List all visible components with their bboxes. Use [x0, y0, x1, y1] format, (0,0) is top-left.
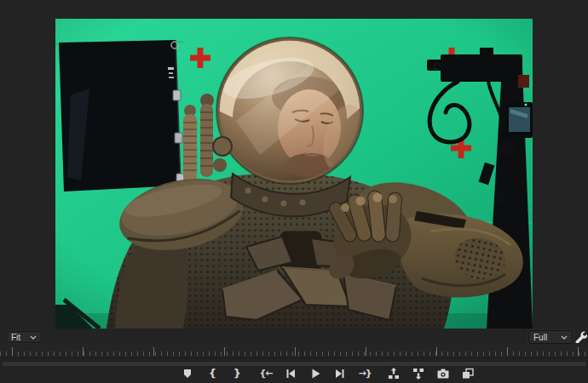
mark-in-icon: {	[209, 368, 216, 379]
playback-resolution-value: Full	[533, 333, 547, 342]
go-to-in-icon: {←	[259, 369, 272, 378]
wrench-icon	[574, 330, 587, 343]
step-forward-icon	[333, 367, 347, 380]
mark-out-button[interactable]: }	[228, 366, 245, 380]
program-monitor-viewport[interactable]	[55, 19, 533, 329]
lift-icon	[387, 367, 401, 380]
step-forward-button[interactable]	[331, 366, 349, 380]
camera-icon	[436, 367, 450, 380]
play-icon	[308, 367, 322, 380]
export-frame-button[interactable]	[435, 366, 452, 380]
lift-button[interactable]	[385, 366, 402, 380]
transport-controls: { } {← →}	[179, 365, 476, 381]
step-back-icon	[284, 367, 297, 380]
add-marker-button[interactable]	[179, 366, 196, 380]
play-button[interactable]	[307, 366, 324, 380]
go-to-out-button[interactable]: →}	[356, 366, 373, 380]
ruler-major-ticks	[0, 347, 588, 356]
extract-icon	[412, 367, 425, 380]
program-monitor-panel: { "panel": { "background_color": "#23232…	[0, 0, 588, 383]
video-frame-scene	[55, 19, 533, 329]
mark-out-icon: }	[233, 368, 240, 379]
chevron-down-icon	[561, 335, 568, 340]
zoom-level-select[interactable]: Fit	[6, 331, 42, 343]
time-ruler[interactable]	[0, 344, 588, 358]
add-marker-icon	[181, 367, 194, 380]
playback-resolution-select[interactable]: Full	[528, 330, 573, 344]
step-back-button[interactable]	[282, 366, 299, 380]
comparison-view-icon	[461, 367, 475, 380]
go-to-out-icon: →}	[358, 369, 371, 378]
settings-button[interactable]	[574, 330, 587, 343]
mark-in-button[interactable]: {	[204, 366, 221, 380]
zoom-level-value: Fit	[11, 333, 20, 342]
chevron-down-icon	[30, 335, 37, 340]
extract-button[interactable]	[410, 366, 427, 380]
go-to-in-button[interactable]: {←	[257, 366, 274, 380]
comparison-view-button[interactable]	[459, 366, 476, 380]
